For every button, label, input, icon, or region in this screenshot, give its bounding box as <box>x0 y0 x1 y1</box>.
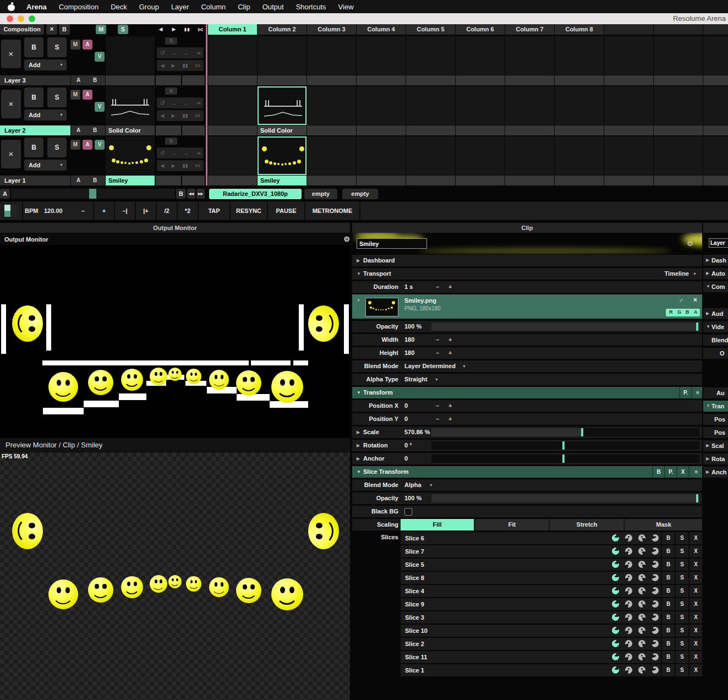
collapse-arrow-icon[interactable]: ▶ <box>706 255 709 266</box>
bounce-icon[interactable]: ↔ <box>171 50 177 56</box>
slice-row[interactable]: Slice 4BSX <box>401 585 702 597</box>
slice-x-button[interactable]: X <box>688 545 702 557</box>
layer-panel-item-o[interactable]: O <box>703 348 728 359</box>
slice-b-button[interactable]: B <box>661 545 675 557</box>
layer-clip-thumbnail[interactable] <box>106 136 155 175</box>
output-monitor-gear-icon[interactable]: ⚙ <box>343 234 350 245</box>
bpm--button[interactable]: |+ <box>136 201 157 220</box>
layer-clip-thumbnail[interactable] <box>106 36 155 75</box>
duration-value[interactable]: 1 s <box>404 281 413 293</box>
bpm-pause-button[interactable]: PAUSE <box>268 201 305 220</box>
params-button[interactable]: P. <box>664 466 676 478</box>
menu-item-arena[interactable]: Arena <box>20 3 53 11</box>
slice-source-icon[interactable] <box>652 574 659 581</box>
slice-row[interactable]: Slice 7BSX <box>401 545 702 557</box>
collapse-arrow-icon[interactable]: ▶ <box>706 440 709 451</box>
slice-x-button[interactable]: X <box>688 585 702 597</box>
grid-clip-slot[interactable] <box>456 36 505 75</box>
clip-gear-icon[interactable]: ⚙ <box>687 239 693 248</box>
layer-panel-item-auto[interactable]: ▶Auto <box>703 268 728 279</box>
play-icon[interactable]: ▶ <box>172 163 176 168</box>
grid-clip-slot[interactable] <box>456 86 505 125</box>
slice-source-icon[interactable] <box>625 587 632 594</box>
black-bg-checkbox[interactable] <box>404 508 412 516</box>
slice-x-button[interactable]: X <box>688 611 702 624</box>
output-monitor-tab[interactable]: Output Monitor <box>0 223 350 233</box>
pause-icon[interactable]: ▮▮ <box>183 63 188 68</box>
slice-s-button[interactable]: S <box>675 585 688 597</box>
collapse-arrow-icon[interactable]: ▶ <box>706 453 709 464</box>
clip-file-section[interactable]: ▼ Smiley.png PNG, 180x180 ↕ × R G B A <box>352 294 702 319</box>
opacity-slider[interactable] <box>431 322 699 331</box>
play-once-icon[interactable]: → <box>183 100 189 106</box>
layer-v-toggle[interactable]: V <box>95 140 105 150</box>
grid-clip-slot[interactable] <box>505 136 554 175</box>
slice-s-button[interactable]: S <box>675 559 688 571</box>
layer-clip-label[interactable]: Solid Color <box>106 125 155 135</box>
slice-x-button[interactable]: X <box>688 638 702 650</box>
layer-panel-item-tran[interactable]: ▼Tran <box>703 401 728 412</box>
anchor-slider[interactable] <box>431 455 699 463</box>
slice-b-button[interactable]: B <box>661 611 675 624</box>
slice-source-icon[interactable] <box>612 561 619 568</box>
grid-clip-slot[interactable] <box>208 86 257 125</box>
slice-row[interactable]: Slice 9BSX <box>401 598 702 610</box>
slice-source-icon[interactable] <box>612 548 619 555</box>
slice-opacity-value[interactable]: 100 % <box>404 493 422 504</box>
position-x-value[interactable]: 0 <box>404 400 408 412</box>
layer-a-select[interactable]: A <box>76 176 80 185</box>
bpm-tap-button[interactable]: TAP <box>199 201 231 220</box>
slice-source-icon[interactable] <box>625 627 632 634</box>
slice-source-icon[interactable] <box>638 574 645 581</box>
grid-clip-label[interactable]: Smiley <box>258 176 306 185</box>
expand-arrow-icon[interactable]: ▼ <box>706 321 710 332</box>
menu-icon[interactable]: ≡ <box>688 466 703 478</box>
scale-slider[interactable] <box>431 428 699 436</box>
menu-item-deck[interactable]: Deck <box>105 3 133 11</box>
expand-arrow-icon[interactable]: ▼ <box>357 466 361 478</box>
composition-button[interactable]: Composition <box>0 24 44 35</box>
slice-source-icon[interactable] <box>652 548 659 555</box>
grid-clip-slot[interactable] <box>555 36 604 75</box>
layer-bypass-button[interactable]: B <box>24 37 43 57</box>
grid-clip-slot[interactable] <box>505 36 554 75</box>
clip-s-toggle[interactable]: S <box>165 88 177 95</box>
deck-tab-empty-1[interactable]: empty <box>304 189 337 199</box>
slice-b-button[interactable]: B <box>661 638 675 650</box>
width-plus-button[interactable]: + <box>448 334 452 346</box>
composition-bypass-button[interactable]: B <box>59 24 70 35</box>
slice-b-button[interactable]: B <box>661 664 675 676</box>
layer-panel-item-blend[interactable]: Blend <box>703 335 728 346</box>
layer-clip-thumbnail[interactable] <box>106 86 155 125</box>
grid-clip-slot[interactable] <box>406 36 455 75</box>
composition-play-icon[interactable]: ▶ <box>169 24 179 35</box>
chevron-down-icon[interactable]: ▼ <box>59 59 63 70</box>
slice-source-icon[interactable] <box>625 653 632 660</box>
menu-item-shortcuts[interactable]: Shortcuts <box>290 3 332 11</box>
position-x-minus-button[interactable]: – <box>436 400 439 412</box>
layer-panel-item-com[interactable]: ▼Com <box>703 281 728 292</box>
slice-source-icon[interactable] <box>612 640 619 647</box>
grid-clip-slot[interactable] <box>604 36 653 75</box>
column-tab-8[interactable]: Column 8 <box>555 24 604 35</box>
grid-clip-slot[interactable] <box>357 36 406 75</box>
slice-source-icon[interactable] <box>638 653 645 660</box>
layer-a-toggle[interactable]: A <box>83 40 92 50</box>
slice-source-icon[interactable] <box>625 666 632 674</box>
back-icon[interactable]: ◀ <box>161 113 165 118</box>
collapse-arrow-icon[interactable]: ▶ <box>706 467 709 478</box>
clip-tab[interactable]: Clip <box>352 223 702 233</box>
layer-bypass-button[interactable]: B <box>24 88 43 107</box>
bpm-resync-button[interactable]: RESYNC <box>231 201 268 220</box>
slice-s-button[interactable]: S <box>675 545 688 557</box>
composition-clear-button[interactable]: × <box>46 24 57 35</box>
slice-source-icon[interactable] <box>652 587 659 594</box>
width-value[interactable]: 180 <box>404 334 414 346</box>
layer-blend-dropdown[interactable]: Add▼ <box>24 110 67 121</box>
slice-source-icon[interactable] <box>652 666 659 674</box>
grid-clip-slot[interactable] <box>406 136 455 175</box>
menu-item-column[interactable]: Column <box>195 3 232 11</box>
bpm-2-button[interactable]: /2 <box>157 201 178 220</box>
chevron-down-icon[interactable]: ▼ <box>693 268 697 280</box>
slice-source-icon[interactable] <box>638 614 645 621</box>
